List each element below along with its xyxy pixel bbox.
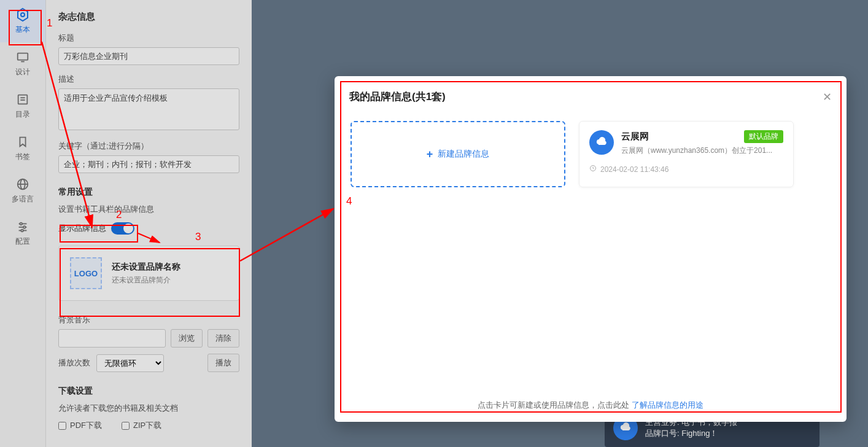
svg-point-13 [23, 226, 26, 228]
svg-line-19 [240, 209, 333, 261]
footer-text: 点击卡片可新建或使用品牌信息，点击此处 [478, 400, 629, 410]
monitor-icon [15, 50, 30, 64]
left-nav: 基本 设计 目录 书签 多语言 配置 [0, 0, 46, 447]
nav-label: 目录 [15, 109, 30, 120]
play-count-select[interactable]: 无限循环 [96, 354, 164, 372]
nav-toc[interactable]: 目录 [0, 85, 45, 127]
brand-name: 云展网 [621, 131, 649, 142]
gear-hex-icon [15, 7, 30, 22]
nav-basic[interactable]: 基本 [0, 0, 45, 42]
nav-label: 书签 [15, 152, 30, 162]
brand-card-sub: 还未设置品牌简介 [112, 275, 180, 286]
play-row: 播放次数 无限循环 播放 [58, 354, 239, 372]
svg-point-1 [21, 13, 25, 17]
show-brand-label: 显示品牌信息 [58, 223, 106, 234]
brand-desc: 云展网（www.yunzhan365.com）创立于201... [621, 146, 783, 156]
zip-download[interactable]: ZIP下载 [122, 420, 161, 431]
brand-modal: 我的品牌信息(共1套) ✕ + 新建品牌信息 云展网 默认品牌 [335, 76, 847, 422]
desc-input[interactable]: 适用于企业产品宣传介绍模板 [58, 88, 239, 130]
pdf-label: PDF下载 [70, 420, 102, 431]
play-count-label: 播放次数 [58, 357, 90, 368]
panel-title: 杂志信息 [58, 11, 239, 23]
svg-marker-0 [18, 9, 28, 21]
play-button[interactable]: 播放 [207, 354, 239, 372]
brand-name-row: 云展网 默认品牌 [621, 130, 783, 143]
brand-card-title: 还未设置品牌名称 [112, 262, 180, 273]
clock-icon [589, 165, 597, 174]
show-brand-row: 显示品牌信息 [58, 220, 239, 237]
logo-placeholder: LOGO [70, 257, 102, 289]
bookmark-icon [15, 134, 30, 149]
keywords-input[interactable] [58, 155, 239, 173]
brand-info: 云展网 默认品牌 云展网（www.yunzhan365.com）创立于201..… [621, 130, 783, 156]
nav-label: 配置 [15, 236, 30, 247]
download-section: 下载设置 [58, 386, 239, 397]
add-label: 新建品牌信息 [438, 149, 489, 160]
zip-label: ZIP下载 [133, 420, 161, 431]
bgm-input[interactable] [58, 329, 166, 348]
keywords-label: 关键字（通过;进行分隔） [58, 141, 239, 152]
brand-text: 还未设置品牌名称 还未设置品牌简介 [112, 262, 180, 286]
show-brand-toggle[interactable] [111, 222, 134, 235]
close-icon[interactable]: ✕ [823, 91, 832, 103]
bgm-row: 浏览 清除 [58, 329, 239, 348]
modal-title: 我的品牌信息(共1套) [349, 90, 446, 104]
svg-point-11 [20, 223, 22, 225]
svg-rect-2 [18, 53, 28, 60]
cloud-icon [589, 130, 614, 155]
add-brand-card[interactable]: + 新建品牌信息 [351, 121, 565, 187]
nav-design[interactable]: 设计 [0, 42, 45, 85]
brand-card-top: 云展网 默认品牌 云展网（www.yunzhan365.com）创立于201..… [589, 130, 783, 156]
desc-label: 描述 [58, 74, 239, 85]
download-checks: PDF下载 ZIP下载 [58, 420, 239, 431]
svg-point-15 [21, 230, 23, 232]
settings-panel: 杂志信息 标题 描述 适用于企业产品宣传介绍模板 关键字（通过;进行分隔） 常用… [46, 0, 252, 447]
nav-config[interactable]: 配置 [0, 212, 45, 254]
modal-header: 我的品牌信息(共1套) ✕ [349, 90, 832, 104]
clear-button[interactable]: 清除 [207, 329, 239, 348]
brand-time: 2024-02-02 11:43:46 [600, 165, 668, 174]
common-section: 常用设置 [58, 187, 239, 198]
nav-bookmark[interactable]: 书签 [0, 127, 45, 169]
brand-help: 设置书籍工具栏的品牌信息 [58, 204, 239, 215]
pdf-download[interactable]: PDF下载 [58, 420, 102, 431]
card-grid: + 新建品牌信息 云展网 默认品牌 云展网（www.yunzhan365.com… [351, 121, 831, 187]
nav-lang[interactable]: 多语言 [0, 169, 45, 212]
nav-label: 基本 [15, 25, 30, 35]
browse-button[interactable]: 浏览 [171, 329, 203, 348]
title-label: 标题 [58, 33, 239, 44]
modal-body: + 新建品牌信息 云展网 默认品牌 云展网（www.yunzhan365.com… [349, 115, 832, 394]
download-sub: 允许读者下载您的书籍及相关文档 [58, 403, 239, 414]
pdf-checkbox[interactable] [58, 422, 66, 430]
brand-config-card[interactable]: LOGO 还未设置品牌名称 还未设置品牌简介 [58, 246, 239, 301]
bgm-label: 背景音乐 [58, 314, 239, 325]
globe-icon [15, 177, 30, 192]
sliders-icon [15, 219, 30, 234]
zip-checkbox[interactable] [122, 422, 130, 430]
list-icon [15, 92, 30, 107]
brand-list-card[interactable]: 云展网 默认品牌 云展网（www.yunzhan365.com）创立于201..… [579, 121, 794, 187]
default-badge: 默认品牌 [744, 130, 783, 143]
plus-icon: + [427, 148, 433, 161]
title-input[interactable] [58, 47, 239, 65]
modal-footer: 点击卡片可新建或使用品牌信息，点击此处 了解品牌信息的用途 [349, 394, 832, 411]
footer-link[interactable]: 了解品牌信息的用途 [632, 400, 703, 410]
nav-label: 设计 [15, 67, 30, 77]
nav-label: 多语言 [12, 194, 34, 204]
brand-time-row: 2024-02-02 11:43:46 [589, 165, 783, 174]
preview-line2: 品牌口号: Fighting！ [645, 428, 737, 439]
